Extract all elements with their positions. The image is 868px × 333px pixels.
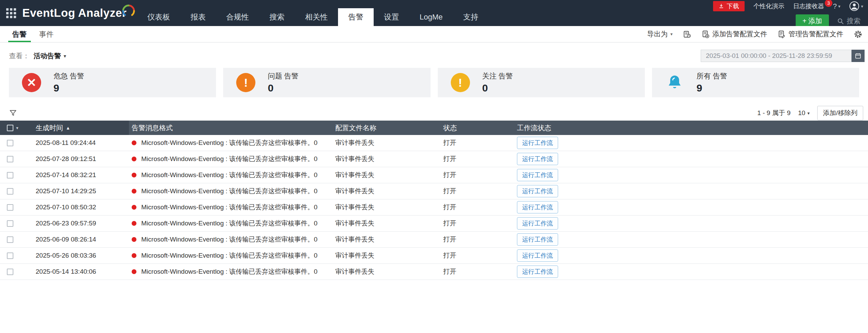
export-as-dropdown[interactable]: 导出为 ▾	[647, 29, 673, 39]
run-workflow-button[interactable]: 运行工作流	[517, 217, 558, 230]
row-checkbox[interactable]	[7, 220, 13, 227]
card-critical-alerts[interactable]: ✕ 危急 告警 9	[9, 68, 216, 97]
main-nav: 仪表板 报表 合规性 搜索 相关性 告警 设置 LogMe 支持	[137, 8, 489, 26]
run-workflow-button[interactable]: 运行工作流	[517, 169, 558, 181]
run-workflow-button[interactable]: 运行工作流	[517, 201, 558, 213]
critical-x-icon: ✕	[22, 73, 41, 92]
row-checkbox[interactable]	[7, 172, 13, 178]
nav-compliance[interactable]: 合规性	[216, 8, 259, 26]
table-row[interactable]: 2025-08-11 09:24:44 Microsoft-Windows-Ev…	[0, 135, 868, 151]
header-status[interactable]: 状态	[441, 121, 514, 135]
personal-demo-link[interactable]: 个性化演示	[754, 2, 784, 10]
page-size-value: 10	[798, 109, 805, 117]
date-range-input[interactable]: 2025-03-01 00:00:00 - 2025-11-28 23:59:5…	[701, 50, 852, 62]
view-label: 查看：	[9, 51, 29, 61]
table-row[interactable]: 2025-05-26 08:03:36 Microsoft-Windows-Ev…	[0, 248, 868, 264]
alert-message: Microsoft-Windows-Eventlog : 该传输已丢弃这些审核事…	[141, 187, 317, 196]
row-checkbox[interactable]	[7, 156, 13, 162]
add-file-icon	[701, 30, 710, 38]
table-row[interactable]: 2025-06-09 08:26:14 Microsoft-Windows-Ev…	[0, 232, 868, 248]
header-generated-time[interactable]: 生成时间 ▲	[33, 121, 129, 135]
download-button[interactable]: 下载	[713, 1, 745, 11]
row-checkbox[interactable]	[7, 236, 13, 243]
table-row[interactable]: 2025-07-10 14:29:25 Microsoft-Windows-Ev…	[0, 183, 868, 199]
status-cell: 打开	[441, 219, 514, 228]
chevron-down-icon[interactable]: ▾	[16, 125, 19, 131]
row-checkbox[interactable]	[7, 204, 13, 211]
header-label: 告警消息格式	[132, 123, 173, 133]
severity-dot-icon	[132, 253, 136, 258]
header-alert-message[interactable]: 告警消息格式	[129, 121, 333, 135]
chevron-down-icon: ▾	[807, 111, 810, 116]
nav-alerts[interactable]: 告警	[338, 8, 374, 26]
severity-dot-icon	[132, 140, 136, 145]
apps-grid-icon[interactable]	[6, 8, 16, 18]
download-icon	[719, 3, 724, 9]
download-label: 下载	[727, 2, 739, 10]
header-workflow-status[interactable]: 工作流状态	[514, 121, 868, 135]
bell-icon	[665, 73, 684, 92]
tab-events[interactable]: 事件	[33, 26, 60, 42]
tab-alerts[interactable]: 告警	[6, 26, 33, 42]
logo-swoosh-icon	[120, 4, 137, 19]
nav-logme[interactable]: LogMe	[409, 8, 453, 26]
run-workflow-button[interactable]: 运行工作流	[517, 249, 558, 262]
run-workflow-button[interactable]: 运行工作流	[517, 233, 558, 246]
app-logo[interactable]: EventLog Analyzer	[22, 7, 126, 20]
select-all-checkbox[interactable]	[7, 125, 13, 131]
card-count: 9	[697, 82, 727, 94]
chevron-down-icon: ▾	[64, 53, 66, 59]
search-input[interactable]: 搜索	[837, 16, 863, 26]
row-checkbox[interactable]	[7, 252, 13, 259]
user-menu[interactable]: ▾	[849, 1, 863, 11]
settings-gear-icon[interactable]	[854, 30, 863, 39]
card-all-alerts[interactable]: 所有 告警 9	[652, 68, 859, 97]
card-attention-alerts[interactable]: ! 关注 告警 0	[438, 68, 645, 97]
status-cell: 打开	[441, 251, 514, 260]
run-workflow-button[interactable]: 运行工作流	[517, 185, 558, 197]
row-checkbox[interactable]	[7, 269, 13, 275]
nav-correlation[interactable]: 相关性	[295, 8, 338, 26]
nav-reports[interactable]: 报表	[180, 8, 216, 26]
table-row[interactable]: 2025-05-14 13:40:06 Microsoft-Windows-Ev…	[0, 264, 868, 280]
nav-dashboard[interactable]: 仪表板	[137, 8, 180, 26]
log-receiver-link[interactable]: 日志接收器 3	[793, 2, 824, 10]
table-row[interactable]: 2025-06-23 09:57:59 Microsoft-Windows-Ev…	[0, 215, 868, 232]
manage-alert-profile-label: 管理告警配置文件	[788, 29, 843, 39]
filter-funnel-icon[interactable]	[9, 109, 17, 117]
filters-row: 查看： 活动告警 ▾ 2025-03-01 00:00:00 - 2025-11…	[0, 49, 868, 63]
profile-name-cell: 审计事件丢失	[333, 203, 441, 212]
table-row[interactable]: 2025-07-14 08:32:21 Microsoft-Windows-Ev…	[0, 167, 868, 183]
profile-name-cell: 审计事件丢失	[333, 171, 441, 180]
schedule-export-icon[interactable]	[683, 30, 691, 38]
run-workflow-button[interactable]: 运行工作流	[517, 153, 558, 165]
table-row[interactable]: 2025-07-10 08:50:32 Microsoft-Windows-Ev…	[0, 199, 868, 215]
row-checkbox[interactable]	[7, 140, 13, 146]
profile-name-cell: 审计事件丢失	[333, 251, 441, 260]
calendar-button[interactable]	[852, 50, 865, 62]
help-menu[interactable]: ? ▾	[833, 2, 841, 10]
status-cell: 打开	[441, 235, 514, 244]
nav-settings[interactable]: 设置	[374, 8, 409, 26]
profile-name-cell: 审计事件丢失	[333, 138, 441, 147]
add-alert-profile-button[interactable]: 添加告警配置文件	[701, 29, 767, 39]
card-trouble-alerts[interactable]: ! 问题 告警 0	[223, 68, 430, 97]
page-size-dropdown[interactable]: 10 ▾	[798, 109, 810, 117]
run-workflow-button[interactable]: 运行工作流	[517, 137, 558, 149]
manage-alert-profile-button[interactable]: 管理告警配置文件	[777, 29, 843, 39]
attention-exclaim-icon: !	[451, 73, 470, 92]
generated-time-cell: 2025-06-09 08:26:14	[33, 236, 129, 243]
date-range-value: 2025-03-01 00:00:00 - 2025-11-28 23:59:5…	[706, 52, 832, 60]
chevron-down-icon: ▾	[838, 4, 841, 9]
add-remove-columns-button[interactable]: 添加/移除列	[817, 106, 863, 120]
header-profile-name[interactable]: 配置文件名称	[333, 121, 441, 135]
table-row[interactable]: 2025-07-28 09:12:51 Microsoft-Windows-Ev…	[0, 151, 868, 167]
severity-dot-icon	[132, 237, 136, 242]
nav-support[interactable]: 支持	[453, 8, 489, 26]
row-checkbox[interactable]	[7, 188, 13, 195]
view-select-dropdown[interactable]: 活动告警 ▾	[34, 51, 66, 61]
run-workflow-button[interactable]: 运行工作流	[517, 266, 558, 278]
search-icon	[837, 18, 844, 25]
nav-search[interactable]: 搜索	[259, 8, 295, 26]
chevron-down-icon: ▾	[670, 32, 673, 37]
